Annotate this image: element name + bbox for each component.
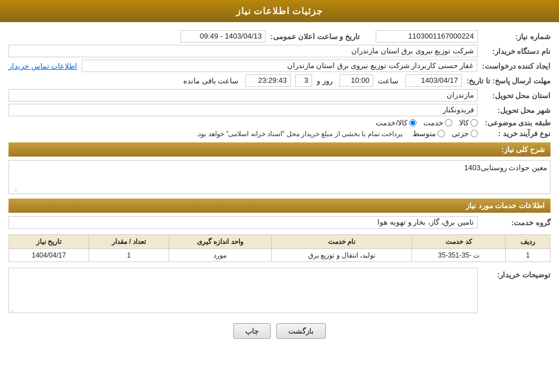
request-number-value: 1103001167000224 [376, 30, 478, 43]
resize-handle: ⌟ [10, 186, 17, 192]
col-header-date: تاریخ نیاز [9, 235, 89, 249]
category-both-radio[interactable] [409, 119, 417, 127]
description-box: معین حوادث روستایی1403 ⌟ [9, 160, 550, 194]
category-khedmat: خدمت [423, 119, 452, 127]
category-khedmat-label: خدمت [423, 119, 443, 127]
response-time-label: ساعت [378, 77, 398, 85]
col-header-row: ردیف [506, 235, 550, 249]
process-options: جزئی متوسط [413, 129, 478, 138]
description-section-label: شرح کلی نیاز: [501, 145, 545, 154]
buyer-org-value: شرکت توزیع نیروی برق استان مازندران [9, 45, 478, 57]
cell-quantity: 1 [89, 249, 169, 262]
response-deadline-label: مهلت ارسال پاسخ: تا تاریخ: [466, 77, 550, 85]
process-jozii-label: جزئی [452, 129, 469, 138]
page-wrapper: جزئیات اطلاعات نیاز شماره نیاز: 11030011… [0, 0, 559, 392]
col-header-code: کد خدمت [412, 235, 506, 249]
process-motavasset-radio[interactable] [438, 130, 445, 137]
category-kala-radio[interactable] [470, 119, 478, 127]
page-header: جزئیات اطلاعات نیاز [0, 0, 559, 22]
cell-date: 1404/04/17 [9, 249, 89, 262]
category-row: طبقه بندی موضوعی: کالا خدمت کالا/خدمت [9, 119, 550, 127]
service-group-value: تامین برق، گاز، بخار و تهویه هوا [9, 216, 478, 229]
services-table: ردیف کد خدمت نام خدمت واحد اندازه گیری ت… [9, 234, 550, 262]
response-days: 3 [295, 74, 312, 87]
category-khedmat-radio[interactable] [445, 119, 452, 127]
table-header-row: ردیف کد خدمت نام خدمت واحد اندازه گیری ت… [9, 235, 550, 249]
province-row: استان محل تحویل: مازندران [9, 89, 550, 102]
category-both-label: کالا/خدمت [376, 119, 407, 127]
process-jozii: جزئی [452, 129, 478, 138]
process-motavasset: متوسط [413, 129, 445, 138]
page-title: جزئیات اطلاعات نیاز [236, 6, 323, 16]
announce-date-label: تاریخ و ساعت اعلان عمومی: [270, 32, 360, 41]
category-kala-label: کالا [459, 119, 469, 127]
process-label: نوع فرآیند خرید : [482, 129, 550, 138]
back-button[interactable]: بازگشت [276, 323, 326, 339]
request-number-label: شماره نیاز: [482, 32, 550, 41]
cell-row: 1 [506, 249, 550, 262]
print-button[interactable]: چاپ [233, 323, 271, 339]
response-remaining-label: ساعت باقی مانده [183, 77, 238, 85]
notes-resize-handle: ⌟ [11, 306, 14, 313]
requester-value: غفار حسنی کاربرداز شرکت توزیع نیروی برق … [82, 60, 477, 72]
buyer-org-label: نام دستگاه خریدار: [482, 47, 550, 56]
contact-link[interactable]: اطلاعات تماس خریدار [9, 62, 77, 70]
request-number-row: شماره نیاز: 1103001167000224 تاریخ و ساع… [9, 30, 550, 43]
button-row: بازگشت چاپ [9, 323, 550, 339]
cell-code: ت -35-351-35 [412, 249, 506, 262]
services-section-label: اطلاعات خدمات مورد نیاز [466, 201, 545, 210]
response-deadline-row: مهلت ارسال پاسخ: تا تاریخ: 1403/04/17 سا… [9, 74, 550, 87]
buyer-notes-container: ⌟ [9, 268, 478, 315]
services-section-header: اطلاعات خدمات مورد نیاز [9, 199, 550, 213]
main-content: شماره نیاز: 1103001167000224 تاریخ و ساع… [0, 22, 559, 353]
province-value: مازندران [9, 89, 478, 102]
process-jozii-radio[interactable] [470, 130, 478, 137]
city-value: فریدونکنار [9, 104, 478, 116]
col-header-unit: واحد اندازه گیری [169, 235, 272, 249]
response-remaining: 23:29:43 [245, 74, 291, 87]
category-options: کالا خدمت کالا/خدمت [376, 119, 478, 127]
province-label: استان محل تحویل: [482, 91, 550, 100]
response-date: 1403/04/17 [405, 74, 462, 87]
buyer-notes-label: توضیحات خریدار: [482, 271, 550, 279]
buyer-notes-row: توضیحات خریدار: ⌟ [9, 268, 550, 315]
process-motavasset-label: متوسط [413, 129, 436, 138]
requester-row: ایجاد کننده درخواست: غفار حسنی کاربرداز … [9, 60, 550, 72]
process-note: پرداخت تمام یا بخشی از مبلغ خریداز محل "… [196, 130, 402, 138]
cell-name: تولید، انتقال و توزیع برق [271, 249, 412, 262]
col-header-quantity: تعداد / مقدار [89, 235, 169, 249]
cell-unit: مورد [169, 249, 272, 262]
services-table-body: 1 ت -35-351-35 تولید، انتقال و توزیع برق… [9, 249, 550, 262]
description-section-header: شرح کلی نیاز: [9, 142, 550, 157]
city-row: شهر محل تحویل: فریدونکنار [9, 104, 550, 116]
buyer-notes-textarea[interactable] [9, 268, 478, 313]
services-table-section: ردیف کد خدمت نام خدمت واحد اندازه گیری ت… [9, 234, 550, 262]
service-group-label: گروه خدمت: [482, 218, 550, 227]
category-label: طبقه بندی موضوعی: [482, 119, 550, 127]
response-day-label: روز و [317, 77, 333, 85]
buyer-org-row: نام دستگاه خریدار: شرکت توزیع نیروی برق … [9, 45, 550, 57]
service-group-row: گروه خدمت: تامین برق، گاز، بخار و تهویه … [9, 216, 550, 229]
process-row: نوع فرآیند خرید : جزئی متوسط پرداخت تمام… [9, 129, 550, 138]
table-row: 1 ت -35-351-35 تولید، انتقال و توزیع برق… [9, 249, 550, 262]
category-kala-khedmat: کالا/خدمت [376, 119, 417, 127]
col-header-name: نام خدمت [271, 235, 412, 249]
description-row: معین حوادث روستایی1403 ⌟ [9, 160, 550, 194]
requester-label: ایجاد کننده درخواست: [482, 62, 550, 70]
response-time: 10:00 [339, 74, 373, 87]
category-kala: کالا [459, 119, 478, 127]
announce-date-value: 1403/04/13 - 09:49 [180, 30, 266, 43]
description-text: معین حوادث روستایی1403 [464, 163, 547, 172]
city-label: شهر محل تحویل: [482, 106, 550, 115]
